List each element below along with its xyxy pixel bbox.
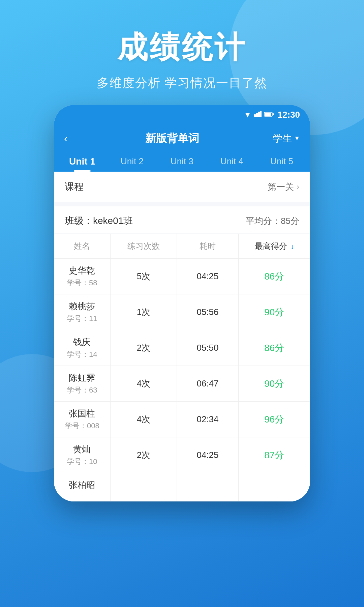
- tab-unit5[interactable]: Unit 5: [257, 150, 307, 172]
- back-button[interactable]: ‹: [64, 131, 72, 146]
- avg-label: 平均分：: [246, 216, 281, 226]
- student-id: 学号：58: [67, 278, 97, 288]
- student-id: 学号：63: [67, 385, 97, 395]
- practice-count: 5次: [110, 259, 177, 294]
- high-score: 90分: [238, 294, 310, 330]
- app-title: 新版背单词: [72, 131, 273, 146]
- app-header: ‹ 新版背单词 学生 ▼: [54, 125, 310, 150]
- time-spent: 02:34: [177, 402, 238, 437]
- practice-count: 1次: [110, 294, 177, 330]
- col-header-name: 姓名: [54, 234, 110, 259]
- status-bar: ▼ 12:30: [54, 105, 310, 125]
- score-col-label: 最高得分: [255, 241, 287, 251]
- student-name-cell: 赖桃莎 学号：11: [54, 294, 110, 330]
- page-subtitle: 多维度分析 学习情况一目了然: [0, 75, 364, 91]
- status-time: 12:30: [278, 110, 300, 120]
- student-id: 学号：11: [67, 314, 97, 324]
- practice-count: 4次: [110, 402, 177, 437]
- table-row: 陈虹霁 学号：63 4次 06:47 90分: [54, 366, 310, 402]
- svg-rect-6: [273, 113, 274, 115]
- student-name-cell: 陈虹霁 学号：63: [54, 366, 110, 402]
- student-name-cell: 钱庆 学号：14: [54, 330, 110, 366]
- student-id: 学号：008: [65, 421, 99, 431]
- student-name: 赖桃莎: [69, 300, 95, 312]
- practice-count: 2次: [110, 330, 177, 366]
- svg-rect-3: [260, 111, 262, 117]
- svg-rect-1: [256, 113, 258, 117]
- practice-count: 2次: [110, 437, 177, 473]
- student-selector[interactable]: 学生 ▼: [273, 132, 300, 145]
- tab-unit2[interactable]: Unit 2: [107, 150, 157, 172]
- wifi-icon: ▼: [244, 111, 251, 119]
- class-info-row: 班级：keke01班 平均分：85分: [54, 206, 310, 233]
- class-name: 班级：keke01班: [65, 214, 133, 227]
- page-title: 成绩统计: [0, 27, 364, 68]
- time-spent: 04:25: [177, 437, 238, 473]
- table-row: 张国柱 学号：008 4次 02:34 96分: [54, 402, 310, 437]
- time-spent: 05:56: [177, 294, 238, 330]
- high-score: 96分: [238, 402, 310, 437]
- data-table: 姓名 练习次数 耗时 最高得分 ↓ 史华乾 学号：58: [54, 234, 310, 501]
- col-header-score[interactable]: 最高得分 ↓: [238, 234, 310, 259]
- student-name: 史华乾: [69, 265, 95, 277]
- student-name-cell: 史华乾 学号：58: [54, 259, 110, 294]
- student-label: 学生: [273, 132, 292, 145]
- avg-score-value: 85分: [281, 216, 299, 226]
- table-header-row: 姓名 练习次数 耗时 最高得分 ↓: [54, 234, 310, 259]
- dropdown-arrow-icon: ▼: [294, 135, 300, 142]
- table-row: 钱庆 学号：14 2次 05:50 86分: [54, 330, 310, 366]
- signal-icon: [254, 111, 262, 119]
- high-score: 86分: [238, 330, 310, 366]
- svg-rect-5: [265, 113, 271, 116]
- high-score: 87分: [238, 437, 310, 473]
- page-header: 成绩统计 多维度分析 学习情况一目了然: [0, 0, 364, 105]
- time-spent: 04:25: [177, 259, 238, 294]
- course-label: 课程: [65, 180, 84, 193]
- col-header-practice: 练习次数: [110, 234, 177, 259]
- class-label: 班级：: [65, 215, 93, 226]
- sort-down-icon: ↓: [291, 243, 294, 250]
- svg-rect-0: [254, 114, 256, 117]
- battery-icon: [264, 111, 274, 119]
- table-row: 张柏昭: [54, 473, 310, 501]
- high-score: 90分: [238, 366, 310, 402]
- student-name: 陈虹霁: [69, 372, 95, 384]
- time-spent: 05:50: [177, 330, 238, 366]
- practice-count: 4次: [110, 366, 177, 402]
- table-row: 黄灿 学号：10 2次 04:25 87分: [54, 437, 310, 473]
- table-row: 史华乾 学号：58 5次 04:25 86分: [54, 259, 310, 294]
- high-score: 86分: [238, 259, 310, 294]
- avg-score: 平均分：85分: [246, 215, 299, 227]
- high-score: [238, 473, 310, 501]
- student-name-cell: 张柏昭: [54, 473, 110, 501]
- tabs-bar: Unit 1 Unit 2 Unit 3 Unit 4 Unit 5: [54, 150, 310, 172]
- status-icons: ▼: [244, 111, 274, 119]
- student-id: 学号：10: [67, 457, 97, 467]
- student-name: 张柏昭: [69, 479, 95, 491]
- student-name-cell: 黄灿 学号：10: [54, 437, 110, 473]
- phone-mockup: ▼ 12:30 ‹ 新版背单词 学生: [54, 105, 310, 501]
- course-row: 课程 第一关 ›: [54, 172, 310, 202]
- student-name: 钱庆: [73, 336, 91, 348]
- tab-unit3[interactable]: Unit 3: [157, 150, 207, 172]
- student-name: 黄灿: [73, 443, 91, 455]
- student-name: 张国柱: [69, 408, 95, 420]
- content-area: 课程 第一关 › 班级：keke01班 平均分：85分 姓名 练习次数 耗时: [54, 172, 310, 501]
- table-row: 赖桃莎 学号：11 1次 05:56 90分: [54, 294, 310, 330]
- class-name-value: keke01班: [93, 215, 133, 226]
- svg-rect-2: [258, 112, 260, 117]
- practice-count: [110, 473, 177, 501]
- course-value-text: 第一关: [268, 181, 294, 193]
- tab-unit4[interactable]: Unit 4: [207, 150, 257, 172]
- course-value[interactable]: 第一关 ›: [268, 181, 299, 193]
- time-spent: 06:47: [177, 366, 238, 402]
- tab-unit1[interactable]: Unit 1: [57, 150, 107, 172]
- student-id: 学号：14: [67, 349, 97, 359]
- chevron-right-icon: ›: [297, 182, 299, 192]
- col-header-time: 耗时: [177, 234, 238, 259]
- time-spent: [177, 473, 238, 501]
- student-name-cell: 张国柱 学号：008: [54, 402, 110, 437]
